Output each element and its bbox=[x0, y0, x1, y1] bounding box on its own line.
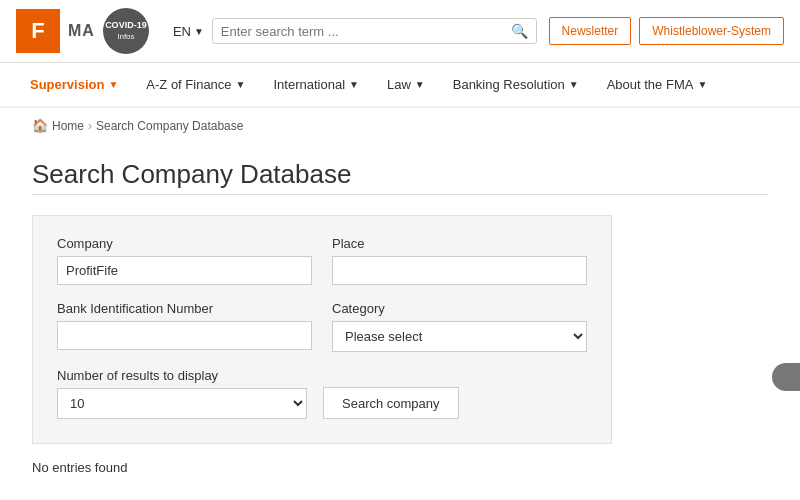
breadcrumb-current: Search Company Database bbox=[96, 119, 243, 133]
bin-input[interactable] bbox=[57, 321, 312, 350]
content-wrapper: Search Company Database Company Place Ba… bbox=[0, 143, 800, 499]
search-area: EN ▼ 🔍 bbox=[173, 18, 537, 44]
no-entries-message: No entries found bbox=[32, 460, 768, 475]
lang-label: EN bbox=[173, 24, 191, 39]
place-group: Place bbox=[332, 236, 587, 285]
nav-arrow-az: ▼ bbox=[236, 79, 246, 90]
place-label: Place bbox=[332, 236, 587, 251]
header-buttons: Newsletter Whistleblower-System bbox=[549, 17, 784, 45]
category-label: Category bbox=[332, 301, 587, 316]
nav-item-law[interactable]: Law ▼ bbox=[373, 63, 439, 106]
nav-arrow-law: ▼ bbox=[415, 79, 425, 90]
nav-label-about: About the FMA bbox=[607, 77, 694, 92]
logo-container: F MA COVID-19 Infos bbox=[16, 8, 149, 54]
breadcrumb-separator: › bbox=[88, 119, 92, 133]
breadcrumb-home-link[interactable]: Home bbox=[52, 119, 84, 133]
title-divider bbox=[32, 194, 768, 195]
nav-label-international: International bbox=[274, 77, 346, 92]
company-label: Company bbox=[57, 236, 312, 251]
nav-arrow-supervision: ▼ bbox=[108, 79, 118, 90]
breadcrumb: 🏠 Home › Search Company Database bbox=[0, 108, 800, 143]
nav-label-banking: Banking Resolution bbox=[453, 77, 565, 92]
nav-item-international[interactable]: International ▼ bbox=[260, 63, 373, 106]
nav-item-banking[interactable]: Banking Resolution ▼ bbox=[439, 63, 593, 106]
home-icon: 🏠 bbox=[32, 118, 48, 133]
nav-arrow-international: ▼ bbox=[349, 79, 359, 90]
logo-f-icon: F bbox=[16, 9, 60, 53]
company-input[interactable] bbox=[57, 256, 312, 285]
nav-item-about[interactable]: About the FMA ▼ bbox=[593, 63, 722, 106]
main-content: Search Company Database Company Place Ba… bbox=[0, 143, 800, 499]
covid-infos: Infos bbox=[117, 32, 134, 42]
logo-ma: MA bbox=[68, 22, 95, 40]
form-row-1: Company Place bbox=[57, 236, 587, 285]
search-input[interactable] bbox=[221, 24, 511, 39]
form-row-3: Number of results to display 10 25 50 10… bbox=[57, 368, 587, 419]
bin-group: Bank Identification Number bbox=[57, 301, 312, 352]
category-group: Category Please select bbox=[332, 301, 587, 352]
newsletter-button[interactable]: Newsletter bbox=[549, 17, 632, 45]
search-input-wrap: 🔍 bbox=[212, 18, 537, 44]
scroll-indicator[interactable] bbox=[772, 363, 800, 391]
nav-item-az[interactable]: A-Z of Finance ▼ bbox=[132, 63, 259, 106]
nav-arrow-about: ▼ bbox=[697, 79, 707, 90]
nav-label-law: Law bbox=[387, 77, 411, 92]
lang-selector[interactable]: EN ▼ bbox=[173, 24, 204, 39]
search-button[interactable]: 🔍 bbox=[511, 23, 528, 39]
page-title: Search Company Database bbox=[32, 159, 768, 190]
company-group: Company bbox=[57, 236, 312, 285]
search-form: Company Place Bank Identification Number… bbox=[32, 215, 612, 444]
lang-dropdown-icon: ▼ bbox=[194, 26, 204, 37]
covid-title: COVID-19 bbox=[105, 20, 147, 32]
nav-label-az: A-Z of Finance bbox=[146, 77, 231, 92]
bin-label: Bank Identification Number bbox=[57, 301, 312, 316]
header: F MA COVID-19 Infos EN ▼ 🔍 Newsletter Wh… bbox=[0, 0, 800, 63]
place-input[interactable] bbox=[332, 256, 587, 285]
form-row-2: Bank Identification Number Category Plea… bbox=[57, 301, 587, 352]
nav-item-supervision[interactable]: Supervision ▼ bbox=[16, 63, 132, 106]
nav-label-supervision: Supervision bbox=[30, 77, 104, 92]
nav-arrow-banking: ▼ bbox=[569, 79, 579, 90]
search-company-button[interactable]: Search company bbox=[323, 387, 459, 419]
results-label: Number of results to display bbox=[57, 368, 307, 383]
whistleblower-button[interactable]: Whistleblower-System bbox=[639, 17, 784, 45]
results-select[interactable]: 10 25 50 100 bbox=[57, 388, 307, 419]
covid-badge[interactable]: COVID-19 Infos bbox=[103, 8, 149, 54]
results-group: Number of results to display 10 25 50 10… bbox=[57, 368, 307, 419]
main-nav: Supervision ▼ A-Z of Finance ▼ Internati… bbox=[0, 63, 800, 108]
category-select[interactable]: Please select bbox=[332, 321, 587, 352]
